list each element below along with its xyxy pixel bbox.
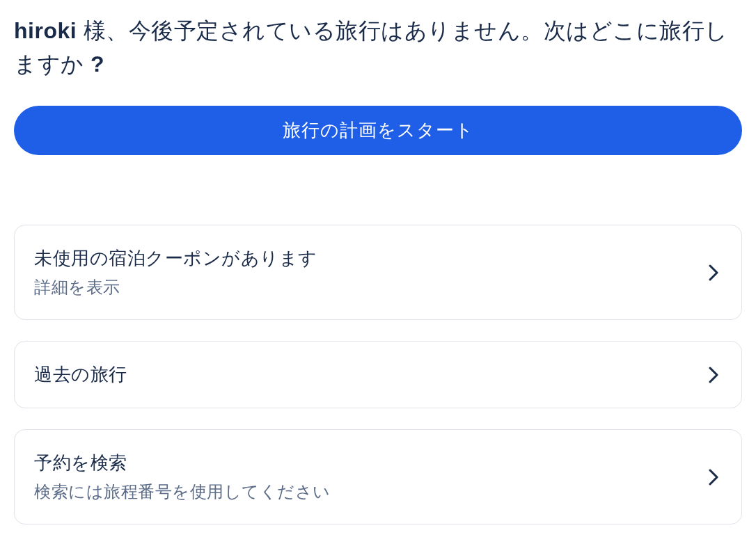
header-message: 様、今後予定されている旅行はありません。次はどこに旅行しますか [14,18,728,77]
username-text: hiroki [14,18,77,43]
card-content: 未使用の宿泊クーポンがあります 詳細を表示 [34,246,317,298]
card-content: 予約を検索 検索には旅程番号を使用してください [34,451,331,503]
start-planning-button[interactable]: 旅行の計画をスタート [14,106,742,155]
card-title: 未使用の宿泊クーポンがあります [34,246,317,271]
page-title: hiroki 様、今後予定されている旅行はありません。次はどこに旅行しますか ? [14,14,742,81]
card-subtitle: 詳細を表示 [34,276,317,298]
question-mark: ? [84,51,104,77]
card-title: 過去の旅行 [34,362,127,387]
chevron-right-icon [705,367,722,383]
card-content: 過去の旅行 [34,362,127,387]
chevron-right-icon [705,469,722,486]
card-title: 予約を検索 [34,451,331,475]
unused-coupon-card[interactable]: 未使用の宿泊クーポンがあります 詳細を表示 [14,225,742,320]
chevron-right-icon [705,264,722,281]
card-subtitle: 検索には旅程番号を使用してください [34,481,331,503]
past-trips-card[interactable]: 過去の旅行 [14,341,742,408]
start-planning-label: 旅行の計画をスタート [283,120,474,141]
search-booking-card[interactable]: 予約を検索 検索には旅程番号を使用してください [14,429,742,524]
